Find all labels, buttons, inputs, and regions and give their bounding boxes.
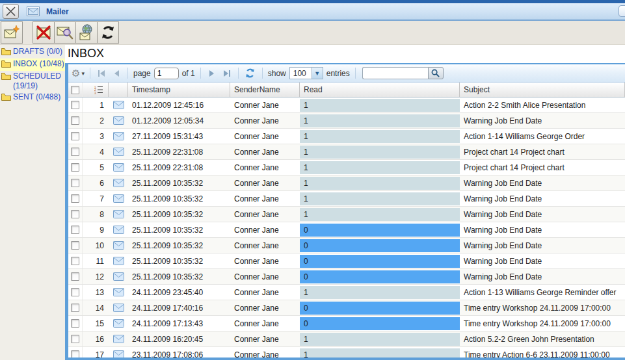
row-checkbox[interactable] <box>71 335 79 343</box>
row-checkbox[interactable] <box>71 241 79 250</box>
sidebar-item-inbox[interactable]: INBOX (10/48) <box>0 58 65 71</box>
row-checkbox[interactable] <box>71 163 79 172</box>
sidebar-item-sent[interactable]: SENT (0/488) <box>0 92 65 104</box>
row-checkbox-cell <box>68 316 83 331</box>
table-row[interactable]: 3 27.11.2009 15:31:43Conner Jane1Action … <box>68 129 625 144</box>
row-mail-icon-cell <box>109 113 128 128</box>
row-read-cell: 1 <box>300 347 460 358</box>
row-checkbox[interactable] <box>71 179 79 187</box>
table-row[interactable]: 7 25.11.2009 10:35:32Conner Jane1Warning… <box>68 191 625 207</box>
row-number-header[interactable]: 1 2 3 <box>83 83 109 97</box>
column-header-subject[interactable]: Subject <box>460 83 625 97</box>
delete-mail-button[interactable] <box>33 21 55 44</box>
mail-envelope-icon <box>113 101 124 109</box>
sidebar-item-scheduled[interactable]: SCHEDULED (19/19) <box>0 71 65 92</box>
table-row[interactable]: 2 01.12.2009 12:05:34Conner Jane1Warning… <box>68 113 625 129</box>
search-mail-button[interactable] <box>54 21 76 44</box>
table-row[interactable]: 4 25.11.2009 22:31:08Conner Jane1Project… <box>68 144 625 160</box>
table-row[interactable]: 12 25.11.2009 10:35:32Conner Jane0Warnin… <box>68 269 625 285</box>
row-mail-icon-cell <box>109 316 128 331</box>
table-row[interactable]: 16 24.11.2009 16:20:45Conner Jane1Action… <box>68 332 625 347</box>
row-timestamp: 24.11.2009 17:13:43 <box>128 316 230 331</box>
row-checkbox[interactable] <box>71 304 79 312</box>
mail-envelope-icon <box>113 116 124 125</box>
column-header-timestamp[interactable]: Timestamp <box>128 83 230 97</box>
table-row[interactable]: 10 25.11.2009 10:35:32Conner Jane0Warnin… <box>68 238 625 254</box>
table-row[interactable]: 13 24.11.2009 23:45:40Conner Jane1Action… <box>68 285 625 300</box>
window-control-partial[interactable] <box>618 5 625 17</box>
read-status-badge: 0 <box>300 270 460 283</box>
row-sender: Conner Jane <box>230 238 300 253</box>
row-checkbox-cell <box>68 129 83 144</box>
first-page-button[interactable] <box>96 68 107 79</box>
row-number: 10 <box>83 238 109 253</box>
column-header-read[interactable]: Read <box>300 83 460 97</box>
entries-label: entries <box>326 69 350 78</box>
row-checkbox[interactable] <box>71 132 79 140</box>
table-row[interactable]: 15 24.11.2009 17:13:43Conner Jane0Time e… <box>68 316 625 332</box>
last-page-button[interactable] <box>221 68 233 79</box>
table-row[interactable]: 11 25.11.2009 10:35:32Conner Jane0Warnin… <box>68 254 625 269</box>
web-mail-button[interactable] <box>75 21 98 44</box>
row-timestamp: 25.11.2009 10:35:32 <box>128 222 230 237</box>
row-timestamp: 24.11.2009 17:40:16 <box>128 300 230 315</box>
new-mail-button[interactable] <box>1 21 23 44</box>
folder-icon <box>1 94 11 103</box>
row-checkbox-cell <box>68 254 83 268</box>
grid-settings-button[interactable]: ⚙ ▾ <box>72 68 85 78</box>
row-checkbox[interactable] <box>71 350 79 358</box>
app-mail-icon <box>27 6 40 16</box>
mail-icon-header[interactable] <box>109 83 128 97</box>
next-page-button[interactable] <box>206 68 218 79</box>
row-checkbox[interactable] <box>71 257 79 265</box>
row-checkbox[interactable] <box>71 194 79 203</box>
row-checkbox[interactable] <box>71 319 79 328</box>
row-checkbox[interactable] <box>71 272 79 281</box>
reload-button[interactable] <box>97 21 119 44</box>
table-row[interactable]: 5 25.11.2009 22:31:08Conner Jane1Project… <box>68 160 625 176</box>
row-sender: Conner Jane <box>230 347 300 358</box>
row-mail-icon-cell <box>109 285 128 300</box>
row-checkbox[interactable] <box>71 226 79 234</box>
row-subject: Project chart 14 Project chart <box>460 160 625 175</box>
row-timestamp: 27.11.2009 15:31:43 <box>128 129 230 144</box>
sidebar-item-drafts[interactable]: DRAFTS (0/0) <box>0 46 65 58</box>
row-checkbox-cell <box>68 238 83 253</box>
row-sender: Conner Jane <box>230 129 300 144</box>
row-sender: Conner Jane <box>230 98 300 112</box>
table-row[interactable]: 1 01.12.2009 12:45:16Conner Jane1Action … <box>68 98 625 113</box>
close-window-button[interactable] <box>3 4 19 19</box>
row-checkbox[interactable] <box>71 210 79 218</box>
gear-icon: ⚙ <box>72 68 80 78</box>
search-button[interactable] <box>428 67 444 79</box>
row-checkbox[interactable] <box>71 116 79 125</box>
read-status-badge: 1 <box>300 161 460 174</box>
table-row[interactable]: 6 25.11.2009 10:35:32Conner Jane1Warning… <box>68 176 625 191</box>
search-input[interactable] <box>362 67 428 79</box>
page-number-input[interactable] <box>154 68 179 79</box>
table-row[interactable]: 9 25.11.2009 10:35:32Conner Jane0Warning… <box>68 222 625 238</box>
row-checkbox[interactable] <box>71 101 79 109</box>
row-read-cell: 1 <box>300 129 460 144</box>
row-subject: Warning Job End Date <box>460 191 625 206</box>
row-checkbox-cell <box>68 332 83 346</box>
table-row[interactable]: 14 24.11.2009 17:40:16Conner Jane0Time e… <box>68 300 625 316</box>
row-subject: Time entry Action 6-6 23.11.2009 11:00:0… <box>460 347 625 358</box>
page-size-select[interactable]: 100 ▼ <box>289 67 323 79</box>
grid-refresh-button[interactable] <box>244 67 257 80</box>
mail-envelope-icon <box>113 163 124 172</box>
table-row[interactable]: 17 23.11.2009 17:08:06Conner Jane1Time e… <box>68 347 625 358</box>
table-row[interactable]: 8 25.11.2009 10:35:32Conner Jane1Warning… <box>68 207 625 222</box>
row-checkbox[interactable] <box>71 288 79 296</box>
select-all-checkbox[interactable] <box>71 86 79 94</box>
row-timestamp: 25.11.2009 22:31:08 <box>128 160 230 175</box>
row-checkbox-cell <box>68 300 83 315</box>
row-sender: Conner Jane <box>230 176 300 190</box>
column-header-sender[interactable]: SenderName <box>230 83 300 97</box>
row-checkbox[interactable] <box>71 148 79 156</box>
row-checkbox-cell <box>68 98 83 112</box>
mail-envelope-icon <box>113 179 124 187</box>
content-area: DRAFTS (0/0) INBOX (10/48) SCHEDULED (19… <box>0 45 625 360</box>
prev-page-button[interactable] <box>111 68 122 79</box>
folder-icon <box>1 73 11 83</box>
